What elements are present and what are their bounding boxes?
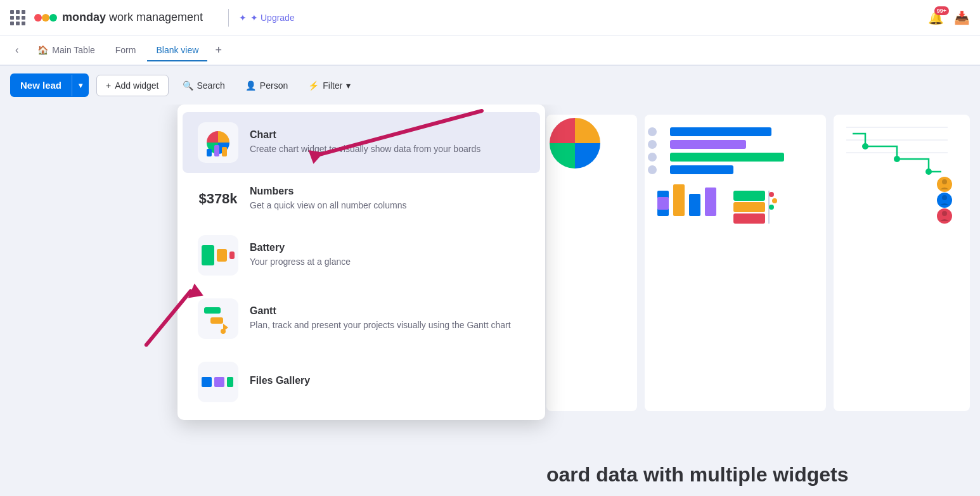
person-label: Person (260, 80, 288, 91)
svg-point-0 (34, 14, 42, 22)
new-lead-label: New lead (10, 73, 72, 97)
filter-button[interactable]: ⚡ Filter ▾ (302, 75, 357, 96)
inbox-button[interactable]: 📥 (954, 10, 970, 25)
svg-rect-14 (673, 184, 685, 216)
apps-menu-icon[interactable] (10, 10, 25, 25)
bar-chart-preview-svg (645, 115, 809, 229)
menu-item-files-gallery[interactable]: Files Gallery (183, 352, 540, 412)
tab-form[interactable]: Form (106, 40, 145, 61)
svg-rect-19 (733, 213, 765, 224)
files-icon-svg (200, 374, 236, 390)
numbers-item-title: Numbers (250, 186, 406, 197)
menu-item-gantt[interactable]: Gantt Plan, track and present your proje… (183, 288, 540, 349)
gantt-item-title: Gantt (250, 305, 511, 317)
filter-icon: ⚡ (308, 80, 319, 91)
add-widget-label: Add widget (115, 80, 158, 91)
svg-rect-13 (657, 197, 669, 210)
logo-text: monday work management (62, 11, 203, 24)
chart-icon-svg (200, 125, 236, 160)
sidebar-toggle-button[interactable]: ‹ (10, 42, 23, 58)
search-label: Search (197, 80, 225, 91)
battery-item-title: Battery (250, 242, 351, 253)
svg-point-35 (942, 211, 947, 216)
pie-chart-preview (546, 115, 603, 172)
svg-point-2 (49, 14, 57, 22)
numbers-item-text: Numbers Get a quick view on all number c… (250, 186, 406, 212)
tabs-row: ‹ 🏠 Main Table Form Blank view + (0, 35, 980, 66)
svg-rect-39 (202, 245, 214, 265)
svg-rect-42 (204, 307, 221, 314)
search-icon: 🔍 (183, 80, 193, 91)
svg-rect-7 (670, 165, 733, 174)
tab-blank-view-label: Blank view (156, 45, 198, 55)
timeline-widget-preview (834, 115, 970, 411)
tab-blank-view[interactable]: Blank view (147, 40, 207, 61)
svg-rect-40 (217, 249, 227, 262)
upgrade-button[interactable]: ✦ ✦ Upgrade (239, 13, 295, 23)
filter-label: Filter (323, 80, 342, 91)
add-widget-plus-icon: + (106, 80, 111, 91)
chart-item-text: Chart Create chart widget to visually sh… (250, 129, 480, 156)
new-lead-button[interactable]: New lead ▾ (10, 73, 89, 97)
svg-rect-38 (222, 147, 227, 156)
top-bar-right: 🔔 99+ 📥 (928, 10, 970, 25)
svg-rect-46 (202, 377, 212, 387)
bar-chart-widget-preview (645, 115, 826, 411)
svg-rect-36 (207, 149, 212, 156)
svg-point-21 (769, 192, 774, 197)
bottom-text: oard data with multiple widgets (536, 453, 980, 496)
svg-point-1 (42, 14, 49, 22)
svg-point-23 (769, 205, 774, 210)
filter-chevron-icon: ▾ (346, 80, 351, 91)
files-gallery-item-title: Files Gallery (250, 375, 310, 386)
menu-item-battery[interactable]: Battery Your progress at a glance (183, 225, 540, 286)
person-button[interactable]: 👤 Person (239, 75, 294, 96)
files-gallery-item-text: Files Gallery (250, 375, 310, 389)
person-icon: 👤 (245, 80, 256, 91)
svg-rect-41 (229, 251, 235, 259)
gantt-item-text: Gantt Plan, track and present your proje… (250, 305, 511, 332)
battery-item-desc: Your progress at a glance (250, 256, 351, 269)
logo: monday work management (34, 10, 203, 25)
gantt-item-desc: Plan, track and present your projects vi… (250, 319, 511, 332)
chart-widget-icon (198, 122, 238, 163)
svg-rect-4 (670, 127, 771, 136)
new-lead-chevron-icon[interactable]: ▾ (72, 75, 89, 96)
svg-point-22 (772, 198, 777, 203)
svg-rect-17 (733, 191, 765, 201)
search-button[interactable]: 🔍 Search (176, 75, 231, 96)
gantt-icon-svg (200, 301, 236, 336)
notifications-button[interactable]: 🔔 99+ (928, 10, 944, 25)
chart-widget-preview (546, 115, 637, 411)
tab-main-table[interactable]: 🏠 Main Table (29, 40, 103, 61)
svg-rect-48 (227, 377, 233, 387)
dashboard-background (536, 105, 980, 421)
timeline-preview-svg (834, 115, 960, 229)
svg-rect-37 (214, 145, 219, 156)
chart-item-desc: Create chart widget to visually show dat… (250, 143, 480, 156)
tab-main-table-label: Main Table (52, 45, 94, 55)
add-widget-dropdown: Chart Create chart widget to visually sh… (177, 105, 545, 420)
tab-form-label: Form (115, 45, 136, 55)
svg-point-28 (894, 156, 900, 162)
upgrade-label: ✦ Upgrade (250, 13, 295, 23)
logo-divider (228, 9, 229, 27)
numbers-widget-icon: $378k (198, 191, 238, 207)
svg-point-29 (925, 169, 932, 175)
toolbar-row: New lead ▾ + Add widget 🔍 Search 👤 Perso… (0, 66, 980, 105)
battery-icon-svg (200, 243, 236, 268)
add-widget-button[interactable]: + Add widget (96, 75, 168, 96)
gantt-widget-icon (198, 298, 238, 339)
numbers-item-desc: Get a quick view on all number columns (250, 200, 406, 212)
add-tab-button[interactable]: + (210, 41, 227, 60)
svg-point-34 (942, 195, 947, 200)
svg-point-8 (648, 127, 657, 136)
menu-item-numbers[interactable]: $378k Numbers Get a quick view on all nu… (183, 175, 540, 222)
svg-point-27 (862, 143, 868, 149)
chart-item-title: Chart (250, 129, 480, 141)
svg-point-9 (648, 140, 657, 149)
home-icon: 🏠 (37, 45, 48, 55)
svg-rect-43 (210, 317, 223, 324)
main-content: oard data with multiple widgets C (0, 105, 980, 496)
menu-item-chart[interactable]: Chart Create chart widget to visually sh… (183, 112, 540, 173)
